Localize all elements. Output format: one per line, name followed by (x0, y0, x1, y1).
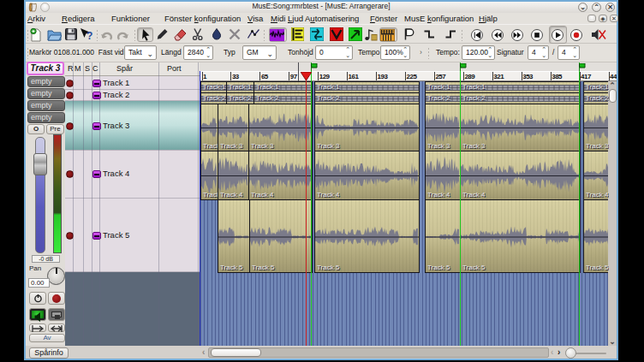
svg-text:?: ? (86, 30, 92, 42)
